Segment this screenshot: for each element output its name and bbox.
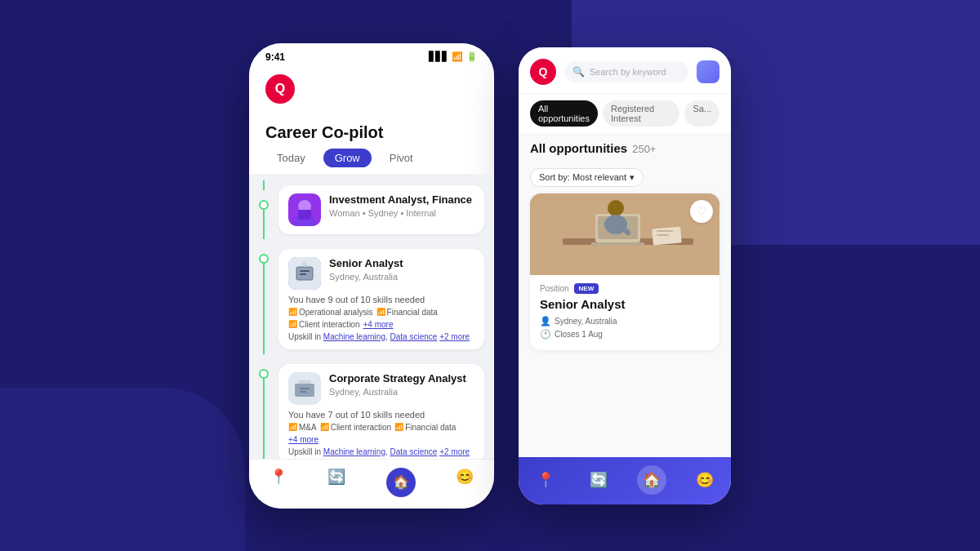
job-title-3: Corporate Strategy Analyst (329, 372, 466, 386)
job-info-3: Corporate Strategy Analyst Sydney, Austr… (329, 372, 466, 398)
right-location-icon: 📍 (537, 471, 555, 489)
location-icon-small: 👤 (540, 316, 551, 327)
svg-rect-20 (657, 230, 673, 232)
svg-rect-7 (300, 273, 306, 275)
location-text: Sydney, Australia (555, 317, 617, 326)
nav-home[interactable]: 🏠 (386, 468, 416, 497)
career-title-section: Career Co-pilot Today Grow Pivot (249, 113, 494, 174)
tab-today[interactable]: Today (265, 149, 317, 167)
skills-info-2: You have 9 out of 10 skills needed (288, 295, 474, 304)
right-nav-home[interactable]: 🏠 (637, 465, 666, 495)
job-closes: 🕐 Closes 1 Aug (540, 329, 710, 340)
timeline-left-2 (249, 244, 278, 354)
svg-point-8 (302, 262, 307, 267)
upskill-link-more-3[interactable]: +2 more (439, 447, 470, 456)
skills-info-3: You have 7 out of 10 skills needed (288, 410, 474, 420)
skill-finance: 📶 Financial data (394, 423, 456, 432)
bottom-nav-right: 📍 🔄 🏠 😊 (519, 457, 731, 504)
upskill-link-ml-3[interactable]: Machine learning (323, 447, 385, 456)
clock-icon: 🕐 (540, 329, 551, 340)
nav-location[interactable]: 📍 (270, 468, 287, 497)
filter-saved[interactable]: Sa... (684, 100, 719, 127)
timeline-item-3: Corporate Strategy Analyst Sydney, Austr… (249, 359, 494, 459)
search-placeholder: Search by keyword (590, 67, 666, 77)
timeline-line-2 (263, 264, 265, 354)
tab-grow[interactable]: Grow (323, 149, 372, 167)
wifi-icon: 📶 (452, 51, 463, 62)
battery-icon: 🔋 (466, 51, 478, 62)
heart-button[interactable]: ♡ (690, 200, 713, 223)
featured-job-card[interactable]: ♡ Position NEW Senior Analyst 👤 Sydney, … (530, 193, 719, 350)
profile-icon: 😊 (456, 468, 474, 486)
status-icons: ▋▋▋ 📶 🔋 (429, 51, 478, 62)
section-title: All opportunities (530, 141, 627, 155)
timeline-left-3 (249, 359, 278, 459)
svg-rect-18 (591, 242, 644, 246)
upskill-link-ds-2[interactable]: Data science (390, 332, 438, 341)
user-avatar (697, 60, 719, 83)
job-card-2[interactable]: Senior Analyst Sydney, Australia You hav… (278, 249, 484, 349)
bg-shape-bottom (0, 388, 245, 551)
skill-2: 📶 Financial data (376, 308, 438, 317)
job-avatar-2 (288, 257, 321, 290)
timeline-item-2: Senior Analyst Sydney, Australia You hav… (249, 244, 494, 354)
career-tabs: Today Grow Pivot (265, 149, 478, 167)
skill-1: 📶 Operational analysis (288, 308, 373, 317)
featured-job-title: Senior Analyst (540, 297, 710, 311)
svg-rect-11 (298, 380, 311, 384)
timeline-line-3 (263, 379, 265, 459)
svg-point-22 (608, 200, 624, 216)
more-skills-2[interactable]: +4 more (363, 320, 393, 329)
timeline-dot-2 (259, 254, 269, 264)
career-title: Career Co-pilot (265, 123, 478, 142)
right-nav-location[interactable]: 📍 (531, 465, 560, 495)
closes-text: Closes 1 Aug (555, 330, 603, 339)
job-info-1: Investment Analyst, Finance Woman • Sydn… (329, 193, 472, 219)
sort-button[interactable]: Sort by: Most relevant ▾ (530, 168, 644, 187)
job-avatar-3 (288, 372, 321, 405)
svg-rect-10 (295, 384, 314, 397)
skill-3: 📶 Client interaction (288, 320, 359, 329)
skills-tags-3: 📶 M&A 📶 Client interaction 📶 Financial d… (288, 423, 474, 444)
location-icon: 📍 (270, 468, 287, 486)
svg-rect-21 (657, 234, 669, 236)
upskill-link-ds-3[interactable]: Data science (390, 447, 438, 456)
job-card-1[interactable]: Investment Analyst, Finance Woman • Sydn… (278, 185, 484, 234)
right-nav-profile[interactable]: 😊 (690, 465, 719, 495)
job-image: ♡ (530, 193, 719, 275)
phone-header: Q (249, 68, 494, 113)
signal-icon: ▋▋▋ (429, 51, 448, 62)
right-profile-icon: 😊 (696, 471, 714, 489)
section-count: 250+ (632, 143, 656, 155)
job-avatar-1 (288, 193, 321, 226)
right-content: All opportunities 250+ Sort by: Most rel… (519, 133, 731, 457)
job-title-2: Senior Analyst (329, 257, 403, 271)
tab-pivot[interactable]: Pivot (378, 149, 425, 167)
job-card-3[interactable]: Corporate Strategy Analyst Sydney, Austr… (278, 364, 484, 459)
upskill-link-more-2[interactable]: +2 more (439, 332, 470, 341)
position-text: Position (540, 284, 569, 293)
job-info-right: Position NEW Senior Analyst 👤 Sydney, Au… (530, 275, 719, 350)
job-subtitle-3: Sydney, Australia (329, 387, 466, 397)
upskill-3: Upskill in Machine learning, Data scienc… (288, 447, 474, 456)
job-info-2: Senior Analyst Sydney, Australia (329, 257, 403, 282)
job-subtitle-2: Sydney, Australia (329, 272, 403, 282)
right-header: Q 🔍 Search by keyword (519, 47, 731, 94)
filter-registered[interactable]: Registered Interest (603, 100, 679, 127)
search-bar[interactable]: 🔍 Search by keyword (564, 61, 688, 82)
card-header-2: Senior Analyst Sydney, Australia (288, 257, 474, 290)
job-subtitle-1: Woman • Sydney • Internal (329, 208, 472, 218)
left-phone: 9:41 ▋▋▋ 📶 🔋 Q Career Co-pilot Today Gro… (249, 43, 494, 509)
job-location: 👤 Sydney, Australia (540, 316, 710, 327)
app-logo: Q (265, 74, 295, 104)
upskill-link-ml-2[interactable]: Machine learning (323, 332, 385, 341)
nav-swap[interactable]: 🔄 (327, 468, 345, 497)
job-title-1: Investment Analyst, Finance (329, 193, 472, 207)
card-header-1: Investment Analyst, Finance Woman • Sydn… (288, 193, 474, 226)
chevron-down-icon: ▾ (630, 172, 635, 183)
upskill-2: Upskill in Machine learning, Data scienc… (288, 332, 474, 341)
filter-all[interactable]: All opportunities (530, 100, 598, 127)
more-skills-3[interactable]: +4 more (288, 435, 318, 444)
right-nav-swap[interactable]: 🔄 (584, 465, 613, 495)
nav-profile[interactable]: 😊 (456, 468, 474, 497)
